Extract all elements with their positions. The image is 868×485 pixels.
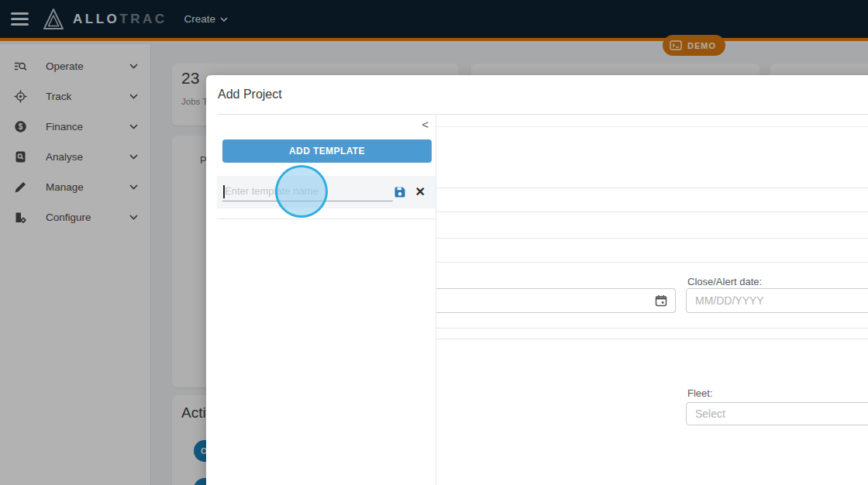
calendar-icon[interactable]	[655, 294, 667, 310]
fleet-select-input[interactable]	[687, 403, 868, 425]
close-template-icon[interactable]: ✕	[415, 186, 425, 198]
form-row	[436, 127, 868, 188]
dates-row: Close/Alert date:	[436, 263, 868, 328]
save-template-icon[interactable]	[394, 186, 406, 198]
add-project-modal: Add Project < ADD TEMPLATE	[206, 75, 868, 485]
add-template-button[interactable]: ADD TEMPLATE	[222, 139, 432, 163]
fleet-select[interactable]	[686, 402, 868, 425]
page: ALLOTRAC Create DEMO	[0, 0, 868, 485]
close-alert-date-field[interactable]	[686, 288, 868, 313]
modal-header: Add Project	[206, 75, 868, 114]
text-cursor	[223, 185, 225, 198]
template-panel: < ADD TEMPLATE ✕	[206, 115, 436, 485]
form-row	[436, 239, 868, 263]
project-form: Close/Alert date: Fleet:	[436, 115, 868, 485]
form-row	[436, 115, 868, 127]
click-highlight-circle	[275, 165, 328, 218]
open-date-field[interactable]	[436, 288, 676, 313]
close-alert-date-input[interactable]	[687, 289, 868, 312]
form-row	[436, 188, 868, 212]
fleet-label: Fleet:	[687, 387, 713, 399]
collapse-panel-button[interactable]: <	[418, 116, 432, 132]
close-alert-date-label: Close/Alert date:	[687, 276, 762, 287]
form-row	[436, 212, 868, 239]
modal-title: Add Project	[218, 88, 282, 101]
divider	[217, 218, 436, 219]
fleet-row: Fleet:	[436, 339, 868, 485]
form-row	[436, 328, 868, 339]
